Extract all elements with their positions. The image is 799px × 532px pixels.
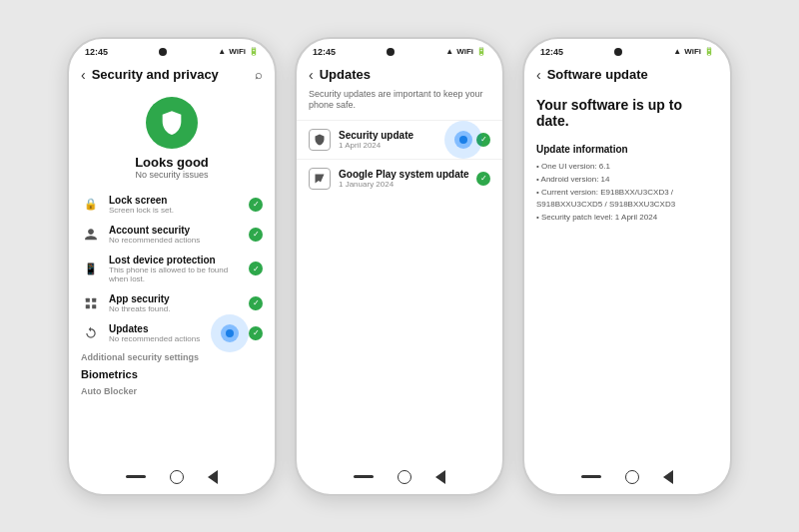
camera-dot-1 xyxy=(159,48,167,56)
software-update-content: Your software is up to date. Update info… xyxy=(524,87,730,462)
nav-recent-1[interactable] xyxy=(126,475,146,478)
search-icon-1[interactable]: ⌕ xyxy=(255,67,263,82)
up-to-date-text: Your software is up to date. xyxy=(536,97,718,131)
svg-rect-2 xyxy=(86,304,90,308)
check-google-play: ✓ xyxy=(476,172,490,186)
updates-description: Security updates are important to keep y… xyxy=(297,87,502,120)
nav-back-1[interactable] xyxy=(208,470,218,484)
status-shield: Looks good No security issues xyxy=(69,87,275,188)
lock-screen-text: Lock screen Screen lock is set. xyxy=(109,195,249,215)
account-security-text: Account security No recommended actions xyxy=(109,225,249,245)
looks-good-text: Looks good xyxy=(135,155,209,170)
screen-title-2: Updates xyxy=(320,67,490,82)
nav-recent-3[interactable] xyxy=(581,475,601,478)
update-item-google[interactable]: Google Play system update 1 January 2024… xyxy=(297,159,502,198)
back-button-1[interactable]: ‹ xyxy=(81,67,86,83)
svg-rect-1 xyxy=(92,297,96,301)
status-icons-2: ▲ WiFi 🔋 xyxy=(445,47,486,56)
svg-rect-0 xyxy=(86,297,90,301)
back-button-3[interactable]: ‹ xyxy=(536,67,541,83)
svg-rect-3 xyxy=(92,304,96,308)
info-line-4: S918BXXU3CXD5 / S918BXXU3CXD3 xyxy=(536,199,718,212)
security-update-icon xyxy=(309,129,331,151)
info-line-5: • Security patch level: 1 April 2024 xyxy=(536,212,718,225)
status-icons-1: ▲ WiFi 🔋 xyxy=(218,47,259,56)
update-info-label: Update information xyxy=(536,144,718,155)
nav-recent-2[interactable] xyxy=(354,475,374,478)
screen-title-1: Security and privacy xyxy=(92,67,255,82)
check-icon-lost: ✓ xyxy=(249,262,263,275)
lock-icon: 🔒 xyxy=(81,195,101,215)
account-icon xyxy=(81,225,101,245)
nav-back-3[interactable] xyxy=(663,470,673,484)
account-svg xyxy=(84,228,98,242)
security-menu-list: 🔒 Lock screen Screen lock is set. ✓ Acco… xyxy=(69,188,275,462)
check-icon-account: ✓ xyxy=(249,228,263,242)
screen-title-3: Software update xyxy=(547,67,718,82)
info-line-3: • Current version: E918BXX/U3CXD3 / xyxy=(536,187,718,200)
no-issues-text: No security issues xyxy=(135,170,208,180)
nav-home-3[interactable] xyxy=(625,470,639,484)
check-icon-lock: ✓ xyxy=(249,198,263,212)
header-2: ‹ Updates xyxy=(297,61,502,87)
phone-1: 12:45 ▲ WiFi 🔋 ‹ Security and privacy ⌕ … xyxy=(67,37,277,496)
nav-bar-3 xyxy=(524,462,730,494)
menu-item-lost[interactable]: 📱 Lost device protection This phone is a… xyxy=(69,250,275,288)
ripple-animation-2 xyxy=(444,121,482,159)
google-play-text: Google Play system update 1 January 2024 xyxy=(339,169,476,189)
nav-back-2[interactable] xyxy=(435,470,445,484)
shield-icon xyxy=(146,97,198,149)
additional-settings-label[interactable]: Additional security settings xyxy=(69,348,275,364)
nav-home-1[interactable] xyxy=(170,470,184,484)
camera-dot-3 xyxy=(614,48,622,56)
menu-item-updates[interactable]: Updates No recommended actions ✓ xyxy=(69,318,275,348)
info-line-2: • Android version: 14 xyxy=(536,174,718,187)
status-icons-3: ▲ WiFi 🔋 xyxy=(673,47,714,56)
menu-item-lock[interactable]: 🔒 Lock screen Screen lock is set. ✓ xyxy=(69,190,275,220)
ripple-animation xyxy=(211,314,249,352)
app-security-text: App security No threats found. xyxy=(109,293,249,313)
nav-bar-1 xyxy=(69,462,275,494)
time-1: 12:45 xyxy=(85,47,108,57)
time-2: 12:45 xyxy=(313,47,336,57)
status-bar-1: 12:45 ▲ WiFi 🔋 xyxy=(69,39,275,61)
check-icon-updates: ✓ xyxy=(249,326,263,340)
status-bar-3: 12:45 ▲ WiFi 🔋 xyxy=(524,39,730,61)
menu-item-app[interactable]: App security No threats found. ✓ xyxy=(69,288,275,318)
lost-device-text: Lost device protection This phone is all… xyxy=(109,255,249,283)
updates-svg xyxy=(84,326,98,340)
camera-dot-2 xyxy=(387,48,395,56)
app-icon xyxy=(81,293,101,313)
status-bar-2: 12:45 ▲ WiFi 🔋 xyxy=(297,39,502,61)
auto-blocker-label[interactable]: Auto Blocker xyxy=(69,382,275,398)
shield-svg xyxy=(158,109,186,137)
nav-home-2[interactable] xyxy=(398,470,411,484)
updates-icon xyxy=(81,323,101,343)
google-play-icon xyxy=(309,168,331,190)
biometrics-label: Biometrics xyxy=(69,364,275,382)
back-button-2[interactable]: ‹ xyxy=(309,67,314,83)
phone-2: 12:45 ▲ WiFi 🔋 ‹ Updates Security update… xyxy=(295,37,504,496)
header-1: ‹ Security and privacy ⌕ xyxy=(69,61,275,87)
time-3: 12:45 xyxy=(540,47,563,57)
phone-3: 12:45 ▲ WiFi 🔋 ‹ Software update Your so… xyxy=(522,37,732,496)
header-3: ‹ Software update xyxy=(524,61,730,87)
menu-item-account[interactable]: Account security No recommended actions … xyxy=(69,220,275,250)
update-info-text: • One UI version: 6.1 • Android version:… xyxy=(536,161,718,225)
info-line-1: • One UI version: 6.1 xyxy=(536,161,718,174)
lost-icon: 📱 xyxy=(81,259,101,278)
check-icon-app: ✓ xyxy=(249,296,263,310)
nav-bar-2 xyxy=(297,462,502,494)
update-item-security[interactable]: Security update 1 April 2024 ✓ xyxy=(297,120,502,159)
app-svg xyxy=(84,296,98,310)
